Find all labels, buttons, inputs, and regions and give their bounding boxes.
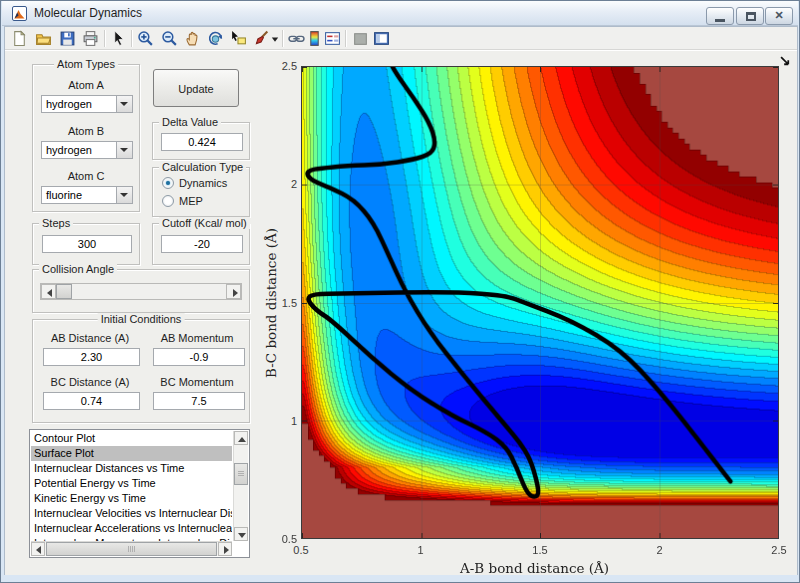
atom-a-select[interactable]: hydrogen xyxy=(41,95,133,113)
initial-conditions-panel: Initial Conditions AB Distance (A) AB Mo… xyxy=(32,319,250,423)
data-cursor-icon[interactable] xyxy=(230,30,247,47)
list-item[interactable]: Surface Plot xyxy=(31,446,232,461)
ab-momentum-label: AB Momentum xyxy=(150,332,244,344)
title-bar: Molecular Dynamics ✕ xyxy=(2,1,798,26)
list-item[interactable]: Internuclear Distances vs Time xyxy=(31,461,232,476)
down-arrow-icon xyxy=(238,533,246,538)
brush-dropdown-icon[interactable] xyxy=(270,30,280,47)
app-window: Molecular Dynamics ✕ xyxy=(0,0,800,583)
x-tick-label: 2.5 xyxy=(759,544,799,556)
close-button[interactable]: ✕ xyxy=(765,7,793,25)
zoom-out-icon[interactable] xyxy=(161,30,178,47)
atom-c-value: fluorine xyxy=(46,189,82,201)
scroll-thumb[interactable] xyxy=(46,542,217,556)
save-figure-icon[interactable] xyxy=(59,30,76,47)
panel-title: Delta Value xyxy=(159,116,221,128)
new-figure-icon[interactable] xyxy=(11,30,28,47)
figure-client-area: Atom Types Atom A hydrogen Atom B hydrog… xyxy=(4,26,798,576)
window-title: Molecular Dynamics xyxy=(34,6,142,20)
scroll-up-button[interactable] xyxy=(234,431,248,445)
list-item[interactable]: Contour Plot xyxy=(31,431,232,446)
atom-types-panel: Atom Types Atom A hydrogen Atom B hydrog… xyxy=(32,64,140,212)
ab-distance-input[interactable]: 2.30 xyxy=(43,348,140,366)
update-button[interactable]: Update xyxy=(153,69,239,107)
axes-corner-arrow-icon xyxy=(780,56,791,67)
list-item[interactable]: Internuclear Velocities vs Internuclear … xyxy=(31,506,232,521)
y-axis-label: B-C bond distance (Å) xyxy=(263,223,279,383)
bc-momentum-input[interactable]: 7.5 xyxy=(153,392,245,410)
x-axis-label: A-B bond distance (Å) xyxy=(460,560,609,576)
horizontal-scrollbar[interactable] xyxy=(31,541,232,556)
slider-right-arrow[interactable] xyxy=(226,284,241,299)
pan-hand-icon[interactable] xyxy=(184,30,201,47)
atom-b-select[interactable]: hydrogen xyxy=(41,141,133,159)
rotate-3d-icon[interactable] xyxy=(207,30,224,47)
panel-title: Initial Conditions xyxy=(98,313,185,325)
toolbar-separator xyxy=(104,30,105,47)
delta-value-panel: Delta Value 0.424 xyxy=(152,122,250,160)
atom-a-value: hydrogen xyxy=(46,98,92,110)
list-item[interactable]: Internuclear Accelerations vs Internucle… xyxy=(31,521,232,536)
dropdown-button[interactable] xyxy=(116,96,132,112)
scroll-left-button[interactable] xyxy=(31,542,45,556)
contour-plot-canvas[interactable] xyxy=(301,66,779,539)
up-arrow-icon xyxy=(238,437,246,442)
slider-thumb[interactable] xyxy=(56,284,72,299)
atom-b-label: Atom B xyxy=(33,125,139,137)
atom-a-label: Atom A xyxy=(33,79,139,91)
insert-colorbar-icon[interactable] xyxy=(306,30,323,47)
delta-value-input[interactable]: 0.424 xyxy=(161,133,243,151)
collision-angle-panel: Collision Angle xyxy=(32,269,250,313)
dropdown-button[interactable] xyxy=(116,142,132,158)
maximize-icon xyxy=(746,12,756,21)
cutoff-input[interactable]: -20 xyxy=(161,235,243,253)
thumb-grip xyxy=(238,471,244,476)
chevron-down-icon xyxy=(120,148,128,152)
atom-b-value: hydrogen xyxy=(46,144,92,156)
dynamics-radio[interactable] xyxy=(162,177,174,189)
close-icon: ✕ xyxy=(766,9,792,22)
print-figure-icon[interactable] xyxy=(82,30,99,47)
hide-plot-tools-icon[interactable] xyxy=(352,30,369,47)
x-tick-label: 1 xyxy=(401,544,441,556)
scroll-down-button[interactable] xyxy=(234,527,248,541)
collision-angle-slider[interactable] xyxy=(40,283,242,300)
y-tick-label: 0.5 xyxy=(261,533,297,545)
x-tick-label: 0.5 xyxy=(281,544,321,556)
atom-c-select[interactable]: fluorine xyxy=(41,186,133,204)
right-arrow-icon xyxy=(233,289,238,297)
y-tick-label: 2.5 xyxy=(261,60,297,72)
y-tick-label: 1 xyxy=(261,415,297,427)
toolbar-separator xyxy=(282,30,283,47)
matlab-logo-icon xyxy=(12,6,27,21)
ab-momentum-input[interactable]: -0.9 xyxy=(153,348,245,366)
vertical-scrollbar[interactable] xyxy=(233,431,248,541)
x-tick-label: 2 xyxy=(640,544,680,556)
maximize-button[interactable] xyxy=(736,7,764,25)
brush-data-icon[interactable] xyxy=(253,30,270,47)
zoom-in-icon[interactable] xyxy=(137,30,154,47)
mep-radio[interactable] xyxy=(162,195,174,207)
calculation-type-panel: Calculation Type Dynamics MEP xyxy=(152,167,250,217)
minimize-button[interactable] xyxy=(706,7,734,25)
steps-panel: Steps 300 xyxy=(32,223,140,265)
dropdown-button[interactable] xyxy=(116,187,132,203)
insert-legend-icon[interactable] xyxy=(324,30,341,47)
scroll-right-button[interactable] xyxy=(218,542,232,556)
show-plot-tools-icon[interactable] xyxy=(373,30,390,47)
bc-distance-input[interactable]: 0.74 xyxy=(43,392,140,410)
list-item[interactable]: Kinetic Energy vs Time xyxy=(31,491,232,506)
ab-distance-label: AB Distance (A) xyxy=(40,332,140,344)
open-file-icon[interactable] xyxy=(35,30,52,47)
list-item[interactable]: Potential Energy vs Time xyxy=(31,476,232,491)
steps-input[interactable]: 300 xyxy=(42,235,132,253)
thumb-grip xyxy=(128,546,135,552)
plot-type-listbox[interactable]: Contour PlotSurface PlotInternuclear Dis… xyxy=(29,429,250,558)
edit-cursor-icon[interactable] xyxy=(110,30,127,47)
scroll-thumb[interactable] xyxy=(234,463,248,485)
right-arrow-icon xyxy=(224,546,229,554)
slider-left-arrow[interactable] xyxy=(41,284,56,299)
cutoff-panel: Cutoff (Kcal/ mol) -20 xyxy=(152,223,250,265)
link-plots-icon[interactable] xyxy=(288,30,305,47)
atom-c-label: Atom C xyxy=(33,170,139,182)
